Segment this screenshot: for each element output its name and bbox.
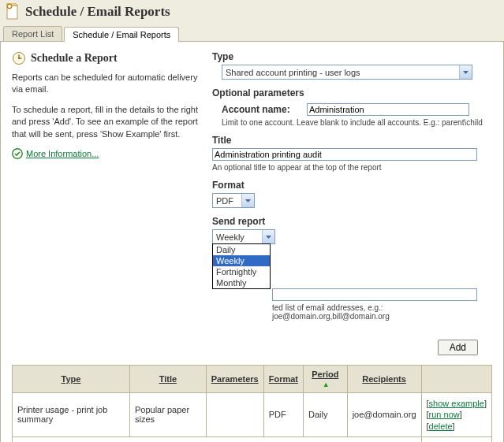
chevron-down-icon (262, 230, 274, 243)
format-select[interactable]: PDF (212, 193, 255, 208)
tab-strip: Report List Schedule / Email Reports (0, 25, 504, 42)
type-label: Type (212, 51, 492, 62)
cell-recipients: joe@domain.org (347, 393, 421, 437)
col-recipients[interactable]: Recipients (347, 366, 421, 393)
type-select-value: Shared account printing - user logs (222, 65, 459, 79)
left-panel: Schedule a Report Reports can be schedul… (12, 51, 212, 329)
more-info-link[interactable]: More Information... (26, 149, 99, 158)
page-header: Schedule / Email Reports (0, 0, 504, 25)
col-parameters[interactable]: Parameters (206, 366, 263, 393)
delete-link[interactable]: delete (429, 422, 453, 431)
show-example-link[interactable]: show example (429, 399, 484, 408)
form-panel: Type Shared account printing - user logs… (212, 51, 492, 329)
col-format[interactable]: Format (263, 366, 303, 393)
info-icon (12, 148, 23, 159)
format-label: Format (212, 180, 492, 191)
cell-format: PDF (263, 393, 303, 437)
send-report-value: Weekly (213, 230, 262, 243)
run-now-link[interactable]: run now (429, 410, 460, 419)
account-name-label: Account name: (222, 104, 307, 115)
clock-icon (12, 51, 26, 65)
account-name-input[interactable] (307, 103, 469, 116)
col-type[interactable]: Type (13, 366, 130, 393)
option-daily[interactable]: Daily (213, 244, 270, 255)
title-input[interactable] (212, 148, 477, 161)
option-monthly[interactable]: Monthly (213, 277, 270, 288)
section-title: Schedule a Report (31, 52, 118, 65)
col-actions (421, 366, 491, 393)
title-label: Title (212, 135, 492, 146)
option-fortnightly[interactable]: Fortnightly (213, 266, 270, 277)
content-area: Schedule a Report Reports can be schedul… (0, 42, 504, 442)
cell-actions: [show example] [run now] [delete] (421, 393, 491, 437)
recipients-input[interactable] (272, 288, 477, 301)
svg-rect-3 (8, 6, 11, 7)
tab-report-list[interactable]: Report List (3, 26, 62, 41)
recipients-hint: ted list of email addresses, e.g.: joe@d… (272, 303, 492, 321)
add-button[interactable]: Add (438, 340, 478, 355)
cell-type: Printer usage - print job summary (13, 393, 130, 437)
intro-text-1: Reports can be scheduled for automatic d… (12, 72, 201, 96)
sort-asc-icon: ▲ (323, 381, 330, 388)
title-hint: An optional title to appear at the top o… (212, 163, 492, 172)
type-select[interactable]: Shared account printing - user logs (222, 65, 472, 80)
svg-point-7 (18, 58, 20, 59)
send-report-select[interactable]: Weekly (212, 229, 275, 244)
cell-period: Daily (303, 393, 347, 437)
cell-title: Popular paper sizes (129, 393, 206, 437)
intro-text-2: To schedule a report, fill in the detail… (12, 104, 201, 140)
col-period[interactable]: Period▲ (303, 366, 347, 393)
table-row: Printer usage - print job summary Popula… (13, 393, 492, 437)
cell-actions-partial: [show (421, 436, 491, 442)
account-hint: Limit to one account. Leave blank to inc… (222, 118, 492, 127)
send-report-dropdown: Daily Weekly Fortnightly Monthly (212, 243, 271, 289)
cell-parameters (206, 393, 263, 437)
table-row: [show (13, 436, 492, 442)
page-title: Schedule / Email Reports (25, 4, 170, 20)
send-report-label: Send report (212, 216, 492, 227)
chevron-down-icon (241, 194, 254, 207)
tab-schedule-email[interactable]: Schedule / Email Reports (64, 27, 179, 42)
format-select-value: PDF (213, 194, 241, 207)
reports-icon (5, 3, 21, 20)
optional-params-heading: Optional parameters (212, 87, 492, 98)
option-weekly[interactable]: Weekly (213, 255, 270, 266)
col-title[interactable]: Title (129, 366, 206, 393)
chevron-down-icon (459, 65, 472, 79)
reports-table: Type Title Parameters Format Period▲ Rec… (12, 365, 492, 442)
